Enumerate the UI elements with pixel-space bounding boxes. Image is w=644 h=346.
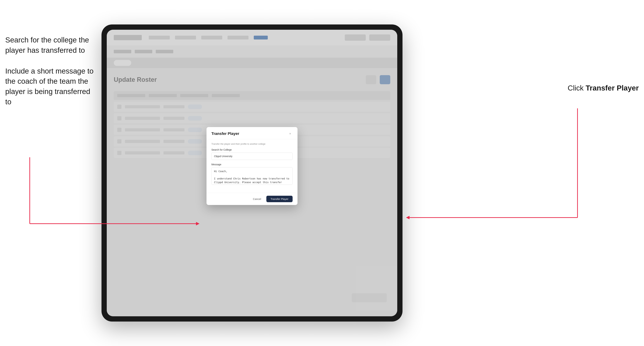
modal-header: Transfer Player × [206,127,298,139]
modal-title: Transfer Player [212,131,239,136]
annotation-text-1: Search for the college the player has tr… [5,35,96,56]
tablet-screen: Update Roster [107,30,397,316]
search-college-group: Search for College [212,148,292,160]
modal-close-button[interactable]: × [288,131,292,136]
modal-body: Transfer the player and their profile to… [206,139,298,193]
modal-overlay: Transfer Player × Transfer the player an… [107,30,397,316]
cancel-button[interactable]: Cancel [250,196,264,202]
annotation-text-2: Include a short message to the coach of … [5,66,96,107]
transfer-player-modal: Transfer Player × Transfer the player an… [206,127,298,205]
tablet-device: Update Roster [102,24,402,322]
annotation-right-block: Click Transfer Player [548,84,639,92]
annotation-right-bold: Transfer Player [586,84,639,92]
modal-subtitle: Transfer the player and their profile to… [212,143,292,145]
message-textarea[interactable]: Hi Coach, I understand Chris Robertson h… [212,167,292,185]
transfer-player-button[interactable]: Transfer Player [266,196,292,202]
search-college-label: Search for College [212,148,292,151]
message-group: Message Hi Coach, I understand Chris Rob… [212,163,292,185]
annotation-left-block: Search for the college the player has tr… [5,35,96,118]
search-college-input[interactable] [212,153,292,160]
message-label: Message [212,163,292,166]
svg-marker-5 [406,216,410,219]
annotation-right-prefix: Click [568,84,586,92]
modal-footer: Cancel Transfer Player [206,193,298,205]
